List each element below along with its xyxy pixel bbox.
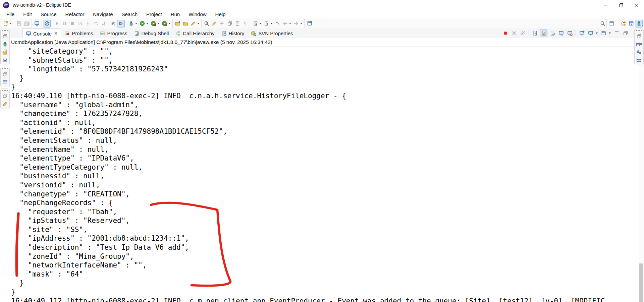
expressions-view-icon[interactable] bbox=[635, 57, 643, 63]
drag-handle-icon[interactable] bbox=[2, 30, 8, 31]
tab-close-icon[interactable]: ❌︎ bbox=[54, 31, 57, 36]
export-button[interactable] bbox=[262, 20, 270, 27]
step-over-button[interactable] bbox=[92, 20, 99, 27]
suspend-button[interactable] bbox=[61, 20, 68, 27]
tab-console[interactable]: Console ❌︎ bbox=[22, 28, 61, 38]
menu-refactor[interactable]: Refactor bbox=[61, 11, 89, 17]
menu-navigate[interactable]: Navigate bbox=[89, 11, 117, 17]
menu-run[interactable]: Run bbox=[166, 11, 184, 17]
markers-view-icon[interactable] bbox=[1, 101, 9, 107]
display-selected-console-button[interactable] bbox=[587, 29, 594, 37]
restore-view-button[interactable] bbox=[1, 33, 9, 39]
project-explorer-icon[interactable] bbox=[1, 49, 9, 55]
import-dropdown-icon[interactable] bbox=[259, 23, 261, 24]
new-wizard-button[interactable] bbox=[2, 20, 9, 27]
pin-console-button[interactable] bbox=[578, 29, 586, 37]
vertical-scrollbar[interactable] bbox=[639, 47, 644, 302]
search-icon[interactable] bbox=[599, 20, 606, 27]
menu-project[interactable]: Project bbox=[142, 11, 166, 17]
external-tools-button[interactable] bbox=[189, 20, 197, 27]
resume-button[interactable] bbox=[53, 20, 61, 27]
forward-button[interactable] bbox=[292, 20, 300, 27]
profile-dropdown-icon[interactable] bbox=[168, 23, 170, 24]
show-stderr-console-button[interactable] bbox=[566, 29, 574, 37]
show-stdout-console-button[interactable] bbox=[557, 29, 565, 37]
perspective-java-button[interactable]: J bbox=[627, 20, 635, 27]
perspective-debug-button[interactable] bbox=[635, 20, 643, 27]
open-console-dropdown-icon[interactable] bbox=[609, 33, 611, 34]
new-wizard-dropdown-icon[interactable] bbox=[10, 23, 12, 24]
maximize-view-button[interactable] bbox=[622, 29, 629, 37]
save-button[interactable] bbox=[15, 20, 23, 27]
tab-problems[interactable]: Problems bbox=[61, 29, 96, 38]
terminate-button-toolbar[interactable] bbox=[68, 20, 76, 27]
display-console-dropdown-icon[interactable] bbox=[596, 33, 598, 34]
outline-view-icon[interactable] bbox=[1, 79, 9, 85]
remove-launch-button[interactable] bbox=[510, 29, 518, 37]
copy-qualified-name-button[interactable] bbox=[226, 20, 233, 27]
last-edit-location-button[interactable] bbox=[273, 20, 281, 27]
run-button[interactable] bbox=[138, 20, 146, 27]
tab-call-hierarchy[interactable]: Call Hierarchy bbox=[172, 29, 218, 38]
restore-view-button[interactable] bbox=[1, 71, 9, 77]
word-wrap-button[interactable] bbox=[548, 29, 556, 37]
menu-edit[interactable]: Edit bbox=[19, 11, 36, 17]
tab-svn-properties[interactable]: P SVN Properties bbox=[248, 29, 296, 38]
open-console-button[interactable] bbox=[33, 20, 41, 27]
save-all-button[interactable] bbox=[23, 20, 31, 27]
breakpoint-settings-icon[interactable] bbox=[1, 57, 9, 63]
mark-occurrences-button[interactable] bbox=[210, 20, 218, 27]
close-button[interactable] bbox=[629, 0, 644, 10]
tab-history[interactable]: History bbox=[218, 29, 248, 38]
run-dropdown-icon[interactable] bbox=[146, 23, 148, 24]
clear-console-button[interactable] bbox=[531, 29, 539, 37]
scrollbar-thumb[interactable] bbox=[639, 263, 643, 302]
drag-handle-icon[interactable] bbox=[2, 68, 8, 69]
step-return-button[interactable] bbox=[99, 20, 107, 27]
forward-dropdown-icon[interactable] bbox=[300, 23, 302, 24]
import-button[interactable] bbox=[251, 20, 259, 27]
profile-button[interactable] bbox=[160, 20, 168, 27]
minimize-button[interactable] bbox=[598, 0, 613, 10]
next-annotation-button[interactable] bbox=[218, 20, 226, 27]
show-whitespace-button[interactable]: ¶ bbox=[241, 20, 249, 27]
perspective-javaee-button[interactable] bbox=[620, 20, 627, 27]
debug-dropdown-icon[interactable] bbox=[135, 23, 137, 24]
disconnect-button[interactable] bbox=[76, 20, 84, 27]
debug-view-icon[interactable] bbox=[1, 41, 9, 47]
menu-help[interactable]: Help bbox=[211, 11, 230, 17]
run-to-line-button[interactable] bbox=[117, 20, 125, 27]
menu-source[interactable]: Source bbox=[36, 11, 61, 17]
drag-handle-icon[interactable] bbox=[2, 90, 8, 91]
tab-progress[interactable]: Progress bbox=[97, 29, 131, 38]
breakpoints-view-icon[interactable] bbox=[635, 49, 643, 55]
remove-all-terminated-button[interactable] bbox=[519, 29, 527, 37]
step-into-button[interactable] bbox=[84, 20, 92, 27]
skip-all-breakpoints-button[interactable] bbox=[43, 20, 51, 27]
export-dropdown-icon[interactable] bbox=[270, 23, 272, 24]
open-file-button[interactable] bbox=[181, 20, 189, 27]
menu-file[interactable]: File bbox=[2, 11, 19, 17]
menu-window[interactable]: Window bbox=[184, 11, 211, 17]
terminate-button[interactable] bbox=[501, 29, 509, 37]
open-perspective-button[interactable] bbox=[608, 20, 615, 27]
maximize-button[interactable] bbox=[613, 0, 629, 10]
restore-view-button[interactable] bbox=[1, 93, 9, 99]
console-output-area[interactable]: "siteCategory" : "", "subnetStatus" : ""… bbox=[10, 47, 639, 302]
back-dropdown-icon[interactable] bbox=[289, 23, 291, 24]
external-tools-dropdown-icon[interactable] bbox=[197, 23, 199, 24]
tab-debug-shell[interactable]: J Debug Shell bbox=[131, 29, 172, 38]
use-step-filters-button[interactable] bbox=[109, 20, 117, 27]
pin-editor-button[interactable] bbox=[306, 20, 313, 27]
menu-search[interactable]: Search bbox=[117, 11, 142, 17]
coverage-dropdown-icon[interactable] bbox=[157, 23, 159, 24]
drag-handle-icon[interactable] bbox=[636, 30, 642, 31]
back-button[interactable] bbox=[281, 20, 289, 27]
open-folder-button[interactable] bbox=[174, 20, 181, 27]
open-console-dropdown-button[interactable] bbox=[600, 29, 607, 37]
show-selected-element-button[interactable] bbox=[233, 20, 241, 27]
debug-button[interactable] bbox=[127, 20, 135, 27]
variables-view-icon[interactable]: (x)= bbox=[635, 41, 643, 47]
scroll-lock-button[interactable] bbox=[540, 29, 547, 37]
restore-view-button[interactable] bbox=[635, 33, 643, 39]
